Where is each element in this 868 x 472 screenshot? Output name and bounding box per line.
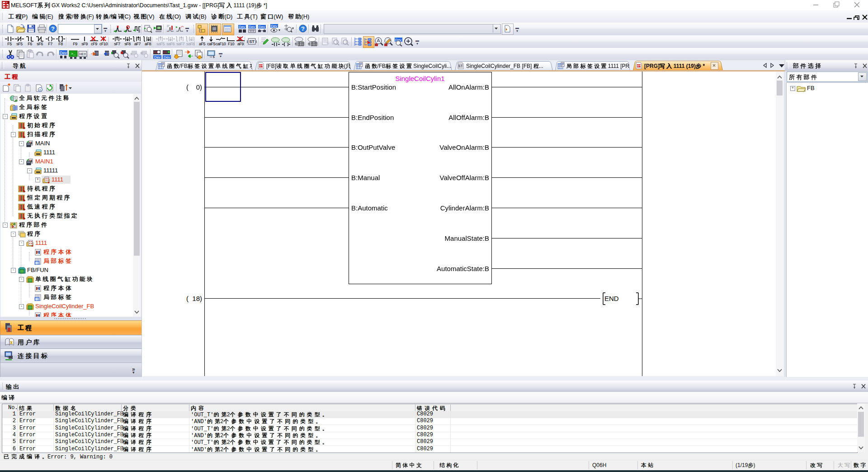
svg-text:Dev: Dev <box>259 25 265 29</box>
svg-text:Dev: Dev <box>60 51 67 55</box>
svg-text:?: ? <box>301 25 305 32</box>
svg-text:o: o <box>39 88 42 92</box>
svg-text:>_: >_ <box>71 52 75 56</box>
svg-text:HEX: HEX <box>80 52 86 56</box>
svg-text:ST: ST <box>458 64 463 67</box>
svg-text:Dev: Dev <box>249 25 255 29</box>
svg-text:Dev: Dev <box>271 24 277 28</box>
svg-text:ST: ST <box>249 39 255 44</box>
svg-text:Dev: Dev <box>164 55 170 59</box>
svg-text:?: ? <box>51 25 55 32</box>
svg-text:Dev: Dev <box>239 25 245 29</box>
svg-text:Dev: Dev <box>154 55 160 59</box>
